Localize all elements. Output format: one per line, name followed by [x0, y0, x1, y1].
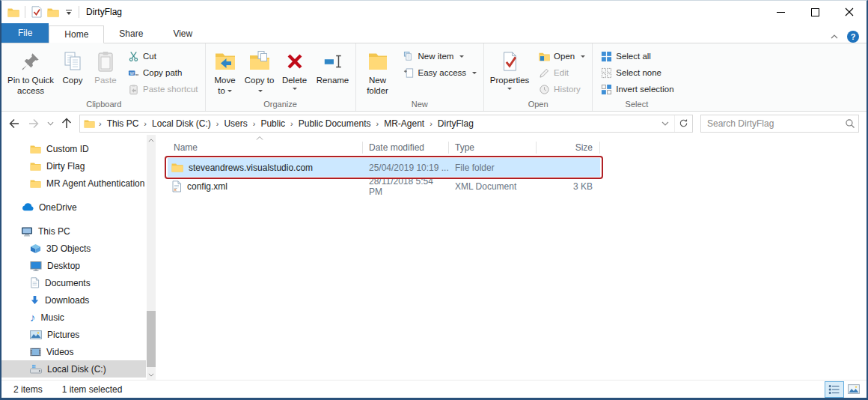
delete-button[interactable]: Delete [277, 46, 313, 91]
cube-3d-icon [30, 243, 41, 254]
scroll-down-icon[interactable] [148, 369, 154, 380]
help-icon[interactable]: ? [847, 31, 859, 43]
folder-icon [30, 145, 41, 154]
ribbon-group-select: Select all Select none Invert selection [593, 43, 680, 111]
search-input[interactable] [707, 118, 845, 129]
history-button[interactable]: History [536, 82, 588, 97]
move-to-button[interactable]: Move to [208, 46, 242, 97]
xml-document-icon [171, 181, 182, 193]
sidebar-item-3d-objects[interactable]: 3D Objects [1, 240, 159, 257]
breadcrumb-separator-icon: › [215, 119, 221, 128]
tab-share[interactable]: Share [104, 25, 158, 43]
breadcrumb-separator-icon: › [97, 119, 103, 128]
delete-icon [284, 49, 305, 74]
tab-view[interactable]: View [158, 25, 207, 43]
paste-shortcut-button[interactable]: Paste shortcut [125, 82, 201, 97]
sidebar-item-mr-agent-authentication[interactable]: MR Agent Authentication [1, 175, 159, 192]
pin-to-quick-access-button[interactable]: Pin to Quick access [5, 46, 56, 97]
sidebar-item-custom-id[interactable]: Custom ID [1, 140, 159, 157]
copy-icon [61, 49, 84, 74]
group-label-organize: Organize [208, 99, 353, 111]
sidebar-item-downloads[interactable]: Downloads [1, 291, 159, 309]
sidebar-item-music[interactable]: ♪ Music [1, 309, 159, 326]
recent-locations-dropdown[interactable] [43, 115, 57, 133]
search-icon[interactable] [845, 118, 855, 129]
up-button[interactable] [57, 115, 76, 133]
dropdown-arrow-icon [507, 88, 512, 90]
sidebar-scrollbar[interactable] [147, 135, 156, 380]
rename-icon [322, 49, 344, 74]
sidebar-item-videos[interactable]: Videos [1, 343, 159, 360]
select-all-button[interactable]: Select all [598, 49, 676, 64]
new-item-button[interactable]: New item [400, 49, 480, 64]
maximize-button[interactable] [798, 1, 832, 23]
item-count: 2 items [13, 384, 43, 395]
sidebar-item-desktop[interactable]: Desktop [1, 257, 159, 274]
address-bar[interactable]: › This PC › Local Disk (C:) › Users › Pu… [79, 115, 693, 133]
search-box[interactable] [700, 115, 859, 133]
copy-path-icon: W [128, 67, 139, 79]
back-button[interactable] [4, 115, 24, 133]
select-none-icon [601, 67, 612, 79]
column-header-date-modified[interactable]: Date modified [363, 138, 449, 157]
sidebar-item-this-pc[interactable]: This PC [1, 222, 159, 240]
tab-file[interactable]: File [1, 23, 49, 43]
select-all-icon [601, 51, 612, 62]
invert-selection-button[interactable]: Invert selection [598, 82, 676, 97]
local-disk-icon [30, 364, 42, 374]
select-none-button[interactable]: Select none [598, 65, 676, 80]
easy-access-button[interactable]: Easy access [400, 65, 480, 80]
file-row-steveandrews[interactable]: steveandrews.visualstudio.com 25/04/2019… [168, 158, 600, 177]
pin-icon [20, 49, 41, 74]
copy-button[interactable]: Copy [56, 46, 89, 88]
breadcrumb-this-pc[interactable]: This PC [103, 118, 143, 129]
file-row-config-xml[interactable]: config.xml 28/11/2018 5:54 PM XML Docume… [168, 177, 600, 196]
forward-button[interactable] [24, 115, 43, 133]
properties-button[interactable]: Properties [486, 46, 533, 91]
address-dropdown-icon[interactable] [656, 115, 674, 132]
details-view-button[interactable] [825, 381, 844, 398]
minimize-ribbon-icon[interactable] [831, 34, 838, 39]
qat-new-folder-icon[interactable] [47, 7, 59, 17]
column-header-size[interactable]: Size [537, 138, 600, 157]
scroll-up-icon[interactable] [148, 135, 154, 145]
column-header-type[interactable]: Type [449, 138, 537, 157]
breadcrumb-public-documents[interactable]: Public Documents [295, 118, 375, 129]
copy-path-button[interactable]: W Copy path [125, 65, 201, 80]
column-header-name[interactable]: Name [168, 138, 363, 157]
sidebar-item-dirty-flag[interactable]: Dirty Flag [1, 157, 159, 175]
customize-qat-dropdown[interactable] [64, 8, 73, 16]
close-button[interactable] [832, 1, 867, 23]
breadcrumb-users[interactable]: Users [220, 118, 251, 129]
breadcrumb-public[interactable]: Public [257, 118, 289, 129]
group-label-clipboard: Clipboard [5, 99, 203, 111]
ribbon-tabs: File Home Share View ? [1, 23, 867, 43]
paste-button[interactable]: Paste [89, 46, 122, 88]
edit-button[interactable]: Edit [536, 65, 588, 80]
music-note-icon: ♪ [30, 312, 36, 322]
scrollbar-thumb[interactable] [147, 311, 156, 367]
breadcrumb-dirtyflag[interactable]: DirtyFlag [434, 118, 477, 129]
qat-properties-icon[interactable] [31, 6, 42, 18]
sidebar-item-local-disk-c[interactable]: Local Disk (C:) [1, 360, 146, 378]
sidebar-item-onedrive[interactable]: OneDrive [1, 199, 159, 216]
cut-button[interactable]: Cut [125, 49, 201, 64]
breadcrumb-local-disk[interactable]: Local Disk (C:) [148, 118, 215, 129]
open-button[interactable]: Open [536, 49, 588, 64]
breadcrumb-separator-icon: › [428, 119, 434, 128]
titlebar-separator [79, 6, 79, 18]
sidebar-item-documents[interactable]: Documents [1, 274, 159, 291]
copy-to-button[interactable]: Copy to [242, 46, 277, 97]
dropdown-arrow-icon [227, 90, 232, 92]
new-folder-button[interactable]: New folder [358, 46, 397, 97]
ribbon-group-open: Properties Open Edi [484, 43, 593, 111]
tab-home[interactable]: Home [49, 25, 104, 43]
breadcrumb-mr-agent[interactable]: MR-Agent [380, 118, 428, 129]
dropdown-arrow-icon [472, 72, 477, 74]
rename-button[interactable]: Rename [313, 46, 353, 88]
dropdown-arrow-icon [293, 88, 297, 90]
large-icons-view-button[interactable] [844, 381, 864, 398]
sidebar-item-pictures[interactable]: Pictures [1, 326, 159, 343]
refresh-icon[interactable] [674, 115, 692, 132]
minimize-button[interactable] [763, 1, 798, 23]
